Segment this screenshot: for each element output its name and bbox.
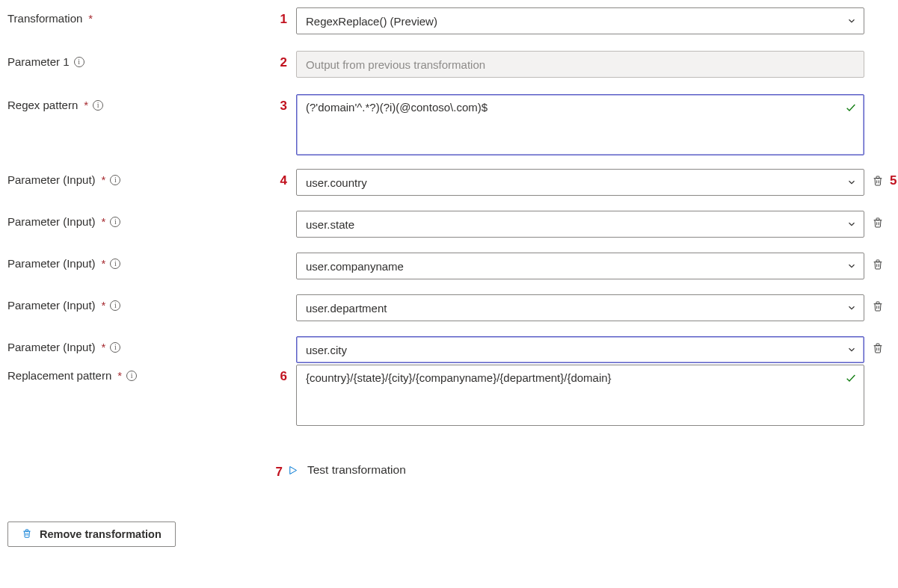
label-parameter-input: Parameter (Input)*i (7, 294, 262, 312)
trash-icon (872, 174, 884, 188)
annotation-right (888, 211, 898, 215)
play-icon (287, 464, 298, 477)
trash-icon (872, 341, 884, 355)
info-icon[interactable]: i (110, 300, 120, 311)
replacement-pattern-control: {country}/{state}/{city}/{companyname}/{… (296, 365, 864, 426)
parameter-input-value: user.country (306, 176, 367, 189)
checkmark-icon (845, 372, 857, 384)
delete-parameter-button[interactable] (869, 169, 884, 188)
label-parameter-input: Parameter (Input)*i (7, 336, 262, 353)
annotation-left (266, 253, 292, 257)
parameter-input-value: user.companyname (306, 260, 404, 273)
test-transformation-label: Test transformation (307, 463, 406, 477)
row-test-transformation: 7 Test transformation (7, 460, 891, 480)
parameter-input-select[interactable]: user.state (296, 211, 864, 238)
label-text: Transformation (7, 12, 82, 25)
parameter1-field: Output from previous transformation (296, 51, 864, 78)
info-icon[interactable]: i (110, 217, 120, 227)
row-parameter1: Parameter 1 i 2 Output from previous tra… (7, 51, 891, 79)
parameter-input-select-wrapper: user.city (296, 336, 864, 363)
label-replacement-pattern: Replacement pattern * i (7, 365, 262, 382)
label-text: Regex pattern (7, 99, 78, 111)
delete-parameter-button[interactable] (869, 294, 884, 313)
required-asterisk: * (102, 173, 106, 186)
trash-icon (872, 300, 884, 313)
chevron-down-icon (846, 261, 857, 271)
remove-transformation-label: Remove transformation (40, 528, 162, 540)
label-text: Parameter (Input) (7, 299, 96, 312)
replacement-pattern-input[interactable]: {country}/{state}/{city}/{companyname}/{… (296, 365, 864, 426)
parameter1-placeholder: Output from previous transformation (306, 58, 485, 71)
required-asterisk: * (88, 12, 93, 25)
trash-icon (872, 258, 884, 271)
annotation-3: 3 (266, 94, 292, 114)
remove-transformation-button[interactable]: Remove transformation (7, 522, 176, 547)
chevron-down-icon (846, 344, 857, 355)
info-icon[interactable]: i (110, 175, 120, 185)
required-asterisk: * (102, 215, 106, 228)
chevron-down-icon (846, 177, 857, 188)
parameter-input-select-wrapper: user.department (296, 294, 864, 321)
row-parameter-input: Parameter (Input)*iuser.companyname (7, 253, 891, 281)
delete-parameter-button[interactable] (869, 253, 884, 271)
label-text: Parameter (Input) (7, 173, 96, 186)
regex-pattern-value: (?'domain'^.*?)(?i)(@contoso\.com)$ (306, 101, 488, 114)
info-icon[interactable]: i (93, 100, 103, 111)
annotation-6: 6 (266, 365, 292, 384)
delete-parameter-button[interactable] (869, 211, 884, 229)
annotation-right (888, 294, 898, 299)
label-text: Parameter (Input) (7, 257, 96, 270)
row-transformation: Transformation * 1 RegexReplace() (Previ… (7, 7, 891, 36)
parameter-input-select-wrapper: user.country (296, 169, 864, 196)
annotation-right (888, 253, 898, 257)
annotation-1: 1 (266, 7, 292, 27)
footer: Remove transformation (7, 522, 891, 547)
chevron-down-icon (846, 303, 857, 313)
info-icon[interactable]: i (110, 259, 120, 269)
delete-parameter-button[interactable] (869, 336, 884, 355)
parameter-input-select[interactable]: user.country (296, 169, 864, 196)
transformation-select[interactable]: RegexReplace() (Preview) (296, 7, 864, 34)
checkmark-icon (845, 102, 857, 114)
label-parameter-input: Parameter (Input)*i (7, 211, 262, 228)
trash-icon (22, 527, 32, 542)
label-parameter1: Parameter 1 i (7, 51, 262, 68)
row-parameter-input: Parameter (Input)*iuser.department (7, 294, 891, 323)
annotation-7: 7 (262, 460, 287, 480)
annotation-left (266, 294, 292, 299)
annotation-2: 2 (266, 51, 292, 70)
test-transformation-link[interactable]: Test transformation (287, 463, 891, 477)
annotation-left: 4 (266, 169, 292, 188)
parameter-input-value: user.city (306, 344, 347, 356)
transformation-select-wrapper: RegexReplace() (Preview) (296, 7, 864, 34)
parameter-input-select[interactable]: user.department (296, 294, 864, 321)
label-regex-pattern: Regex pattern * i (7, 94, 262, 111)
required-asterisk: * (102, 257, 106, 270)
label-text: Replacement pattern (7, 369, 111, 382)
label-parameter-input: Parameter (Input)*i (7, 253, 262, 270)
info-icon[interactable]: i (126, 371, 137, 381)
row-parameter-input: Parameter (Input)*iuser.city (7, 336, 891, 365)
label-transformation: Transformation * (7, 7, 262, 25)
info-icon[interactable]: i (74, 57, 84, 67)
parameter-input-select[interactable]: user.city (296, 336, 864, 363)
parameter1-field-wrapper: Output from previous transformation (296, 51, 864, 78)
regex-pattern-input[interactable]: (?'domain'^.*?)(?i)(@contoso\.com)$ (296, 94, 864, 155)
label-text: Parameter (Input) (7, 215, 96, 228)
annotation-right: 5 (888, 169, 898, 188)
svg-marker-0 (290, 466, 297, 474)
annotation-left (266, 211, 292, 215)
chevron-down-icon (846, 219, 857, 229)
parameter-input-value: user.department (306, 302, 387, 315)
info-icon[interactable]: i (110, 342, 120, 353)
row-parameter-input: Parameter (Input)*i4user.country5 (7, 169, 891, 197)
regex-pattern-control: (?'domain'^.*?)(?i)(@contoso\.com)$ (296, 94, 864, 155)
chevron-down-icon (846, 16, 857, 26)
row-parameter-input: Parameter (Input)*iuser.state (7, 211, 891, 239)
required-asterisk: * (102, 341, 106, 353)
row-regex-pattern: Regex pattern * i 3 (?'domain'^.*?)(?i)(… (7, 94, 891, 155)
annotation-right (888, 336, 898, 341)
parameter-input-select-wrapper: user.companyname (296, 253, 864, 279)
transformation-form: Transformation * 1 RegexReplace() (Previ… (7, 7, 891, 547)
parameter-input-select[interactable]: user.companyname (296, 253, 864, 279)
